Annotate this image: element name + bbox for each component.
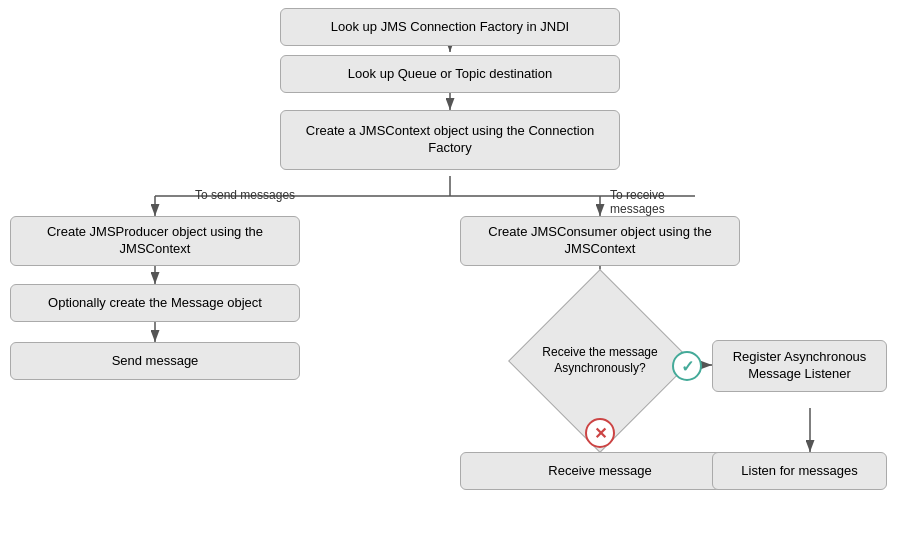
no-icon: ✕ [585, 418, 615, 448]
step8b-box: Listen for messages [712, 452, 887, 490]
yes-icon: ✓ [672, 351, 702, 381]
diamond-container: Receive the message Asynchronously? [535, 296, 665, 426]
to-send-label: To send messages [195, 188, 295, 202]
step4a-box: Create JMSProducer object using the JMSC… [10, 216, 300, 266]
to-receive-label: To receivemessages [610, 188, 665, 216]
step7b-box: Register Asynchronous Message Listener [712, 340, 887, 392]
step1-box: Look up JMS Connection Factory in JNDI [280, 8, 620, 46]
diamond-text: Receive the message Asynchronously? [535, 296, 665, 426]
step2-box: Look up Queue or Topic destination [280, 55, 620, 93]
step6b-box: Receive message [460, 452, 740, 490]
step6a-box: Send message [10, 342, 300, 380]
step4b-box: Create JMSConsumer object using the JMSC… [460, 216, 740, 266]
step5a-box: Optionally create the Message object [10, 284, 300, 322]
step3-box: Create a JMSContext object using the Con… [280, 110, 620, 170]
flowchart-diagram: Look up JMS Connection Factory in JNDI L… [0, 0, 900, 537]
